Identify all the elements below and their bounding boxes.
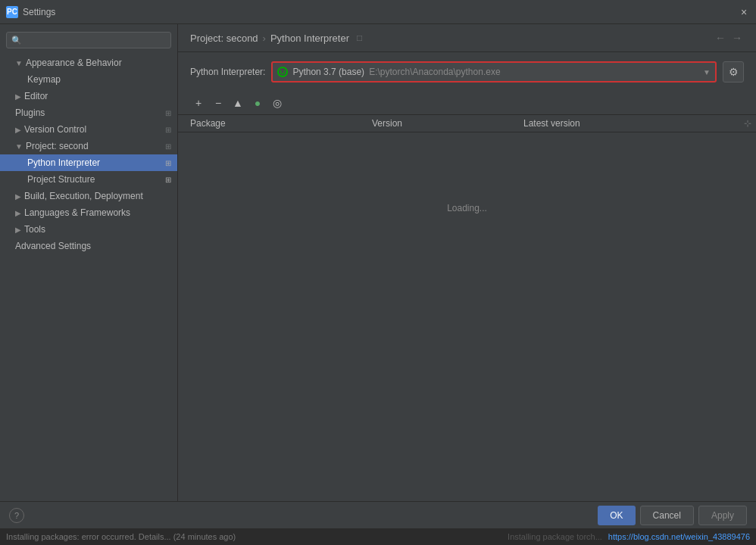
action-buttons-bar: ? OK Cancel Apply	[0, 501, 756, 528]
expand-arrow: ▼	[15, 59, 23, 67]
window-title: Settings	[23, 7, 55, 17]
sidebar-item-python-interpreter[interactable]: Python Interpreter ⊞	[0, 154, 177, 171]
column-latest: Latest version	[523, 118, 744, 129]
column-version: Version	[372, 118, 523, 129]
loading-text: Loading...	[447, 203, 487, 213]
forward-arrow[interactable]: →	[730, 32, 744, 44]
help-button[interactable]: ?	[9, 508, 24, 523]
expand-arrow: ▶	[15, 126, 21, 134]
breadcrumb-parent: Project: second	[190, 33, 258, 44]
interpreter-value: Python 3.7 (base) E:\pytorch\Anaconda\py…	[277, 67, 700, 77]
search-icon: 🔍	[11, 36, 22, 45]
expand-arrow: ▶	[15, 192, 21, 201]
sidebar-item-label: Editor	[24, 91, 48, 101]
loading-indicator: Loading...	[178, 132, 756, 284]
expand-arrow: ▶	[15, 209, 21, 217]
sidebar-item-label: Project: second	[26, 141, 165, 151]
ok-button[interactable]: OK	[598, 506, 635, 525]
sidebar-item-label: Languages & Frameworks	[24, 207, 130, 218]
pin-icon: □	[357, 33, 362, 43]
packages-table: Package Version Latest version ⊹ Loading…	[178, 115, 756, 501]
status-text-right: Installing package torch...	[508, 532, 602, 541]
chevron-down-icon: ▼	[703, 68, 711, 76]
expand-arrow: ▶	[15, 226, 21, 234]
sidebar: 🔍 ▼ Appearance & Behavior Keymap ▶ Edito…	[0, 24, 178, 501]
interpreter-version: Python 3.7 (base)	[292, 67, 364, 77]
search-input[interactable]	[25, 35, 166, 45]
sidebar-item-label: Version Control	[24, 124, 165, 135]
close-button[interactable]: ×	[738, 6, 750, 18]
sidebar-item-label: Tools	[24, 224, 45, 235]
loading-spinner	[280, 70, 285, 74]
sidebar-item-advanced[interactable]: Advanced Settings	[0, 238, 177, 254]
breadcrumb: Project: second › Python Interpreter □	[190, 33, 362, 44]
python-status-indicator	[277, 67, 288, 77]
breadcrumb-header: Project: second › Python Interpreter □ ←…	[178, 24, 756, 52]
interpreter-settings-button[interactable]: ⚙	[723, 61, 744, 83]
interpreter-label: Python Interpreter:	[190, 67, 265, 77]
sidebar-item-label: Project Structure	[27, 174, 165, 185]
sidebar-item-tools[interactable]: ▶ Tools	[0, 221, 177, 238]
status-text-left: Installing packages: error occurred. Det…	[6, 532, 501, 541]
sidebar-item-keymap[interactable]: Keymap	[0, 71, 177, 88]
resize-handle[interactable]: ⊹	[744, 118, 751, 129]
module-icon: ⊞	[165, 142, 171, 151]
sidebar-item-editor[interactable]: ▶ Editor	[0, 88, 177, 104]
sidebar-item-label: Build, Execution, Deployment	[24, 191, 143, 201]
breadcrumb-current: Python Interpreter	[270, 33, 349, 44]
sidebar-item-project-structure[interactable]: Project Structure ⊞	[0, 171, 177, 188]
gear-icon: ⚙	[729, 66, 739, 78]
expand-arrow: ▼	[15, 142, 23, 151]
back-arrow[interactable]: ←	[714, 32, 727, 44]
interpreter-row: Python Interpreter: Python 3.7 (base) E:…	[178, 52, 756, 92]
package-indicator-button[interactable]: ●	[249, 95, 266, 111]
sidebar-item-label: Plugins	[15, 107, 165, 118]
sidebar-item-languages[interactable]: ▶ Languages & Frameworks	[0, 204, 177, 221]
sidebar-item-label: Python Interpreter	[27, 157, 165, 168]
breadcrumb-separator: ›	[263, 33, 266, 44]
sidebar-item-project[interactable]: ▼ Project: second ⊞	[0, 138, 177, 154]
sidebar-item-label: Advanced Settings	[15, 241, 91, 251]
module-icon: ⊞	[165, 126, 171, 134]
expand-arrow: ▶	[15, 92, 21, 101]
sidebar-item-plugins[interactable]: Plugins ⊞	[0, 104, 177, 121]
sidebar-item-label: Appearance & Behavior	[26, 58, 122, 68]
external-icon: ⊞	[165, 109, 171, 117]
cancel-button[interactable]: Cancel	[640, 506, 694, 525]
upgrade-package-button[interactable]: ▲	[230, 95, 246, 111]
title-bar: PC Settings ×	[0, 0, 756, 24]
main-container: 🔍 ▼ Appearance & Behavior Keymap ▶ Edito…	[0, 24, 756, 501]
add-package-button[interactable]: +	[190, 95, 207, 111]
packages-toolbar: + − ▲ ● ◎	[178, 92, 756, 115]
interpreter-path: E:\pytorch\Anaconda\python.exe	[369, 67, 500, 77]
sidebar-item-label: Keymap	[27, 74, 61, 85]
app-icon: PC	[6, 6, 18, 18]
bottom-status-bar: Installing packages: error occurred. Det…	[0, 528, 756, 545]
sidebar-item-version-control[interactable]: ▶ Version Control ⊞	[0, 121, 177, 138]
navigation-arrows: ← →	[714, 32, 744, 44]
search-box[interactable]: 🔍	[6, 32, 171, 48]
remove-package-button[interactable]: −	[210, 95, 226, 111]
module-icon: ⊞	[165, 176, 171, 184]
sidebar-item-build[interactable]: ▶ Build, Execution, Deployment	[0, 188, 177, 204]
column-package[interactable]: Package	[190, 118, 372, 129]
url-text: https://blog.csdn.net/weixin_43889476	[608, 532, 750, 541]
table-header: Package Version Latest version ⊹	[178, 115, 756, 132]
content-area: Project: second › Python Interpreter □ ←…	[178, 24, 756, 501]
apply-button[interactable]: Apply	[698, 506, 747, 525]
filter-button[interactable]: ◎	[269, 95, 286, 111]
module-icon: ⊞	[165, 159, 171, 167]
sidebar-item-appearance[interactable]: ▼ Appearance & Behavior	[0, 54, 177, 71]
interpreter-dropdown[interactable]: Python 3.7 (base) E:\pytorch\Anaconda\py…	[271, 61, 717, 83]
